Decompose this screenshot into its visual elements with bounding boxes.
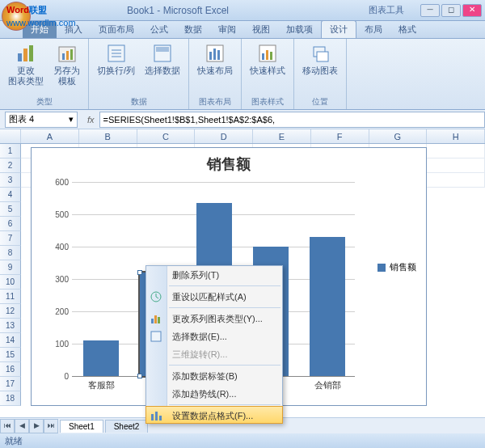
group-label: 图表布局 bbox=[199, 96, 231, 109]
name-box-value: 图表 4 bbox=[9, 113, 34, 125]
chart-title[interactable]: 销售额 bbox=[32, 148, 426, 180]
formula-input[interactable]: =SERIES(Sheet1!$B$1,Sheet1!$A$2:$A$6, bbox=[99, 112, 485, 128]
layout-icon bbox=[205, 43, 226, 64]
row-header[interactable]: 14 bbox=[0, 333, 21, 348]
ribbon-group-type: 更改 图表类型 另存为 模板 类型 bbox=[0, 39, 89, 109]
row-header[interactable]: 3 bbox=[0, 173, 21, 188]
ribbon-group-position: 移动图表 位置 bbox=[294, 39, 347, 109]
svg-rect-12 bbox=[213, 49, 216, 60]
svg-rect-11 bbox=[209, 52, 212, 60]
row-header[interactable]: 7 bbox=[0, 231, 21, 246]
save-template-button[interactable]: 另存为 模板 bbox=[50, 41, 83, 88]
row-header[interactable]: 11 bbox=[0, 290, 21, 304]
style-icon bbox=[257, 43, 278, 64]
tab-chartlayout[interactable]: 布局 bbox=[356, 21, 390, 38]
close-button[interactable]: ✕ bbox=[462, 4, 482, 17]
row-header[interactable]: 16 bbox=[0, 362, 21, 377]
bar-1[interactable] bbox=[83, 340, 119, 376]
ctx-format-datapoint[interactable]: 设置数据点格式(F)... bbox=[146, 406, 283, 424]
nav-prev[interactable]: ◀ bbox=[15, 419, 29, 433]
row-header[interactable]: 2 bbox=[0, 158, 21, 173]
tab-view[interactable]: 视图 bbox=[244, 21, 278, 38]
tab-addin[interactable]: 加载项 bbox=[278, 21, 321, 38]
sheet-tab-1[interactable]: Sheet1 bbox=[60, 420, 103, 433]
ctx-delete-series[interactable]: 删除系列(T) bbox=[146, 266, 282, 284]
formula-bar: 图表 4▾ fx =SERIES(Sheet1!$B$1,Sheet1!$A$2… bbox=[0, 110, 485, 129]
svg-rect-17 bbox=[270, 52, 272, 60]
tab-formula[interactable]: 公式 bbox=[142, 21, 176, 38]
tab-pagelayout[interactable]: 页面布局 bbox=[91, 21, 142, 38]
svg-rect-0 bbox=[18, 53, 22, 61]
row-header[interactable]: 13 bbox=[0, 319, 21, 333]
ctx-change-type[interactable]: 更改系列图表类型(Y)... bbox=[146, 310, 282, 328]
tab-review[interactable]: 审阅 bbox=[210, 21, 244, 38]
col-header[interactable]: D bbox=[195, 129, 253, 143]
nav-last[interactable]: ⏭ bbox=[44, 419, 58, 433]
col-header[interactable]: A bbox=[21, 129, 79, 143]
btn-label: 另存为 模板 bbox=[53, 66, 80, 87]
y-tick: 0 bbox=[48, 372, 72, 381]
btn-label: 选择数据 bbox=[145, 66, 180, 76]
row-header[interactable]: 6 bbox=[0, 217, 21, 231]
row-header[interactable]: 17 bbox=[0, 377, 21, 391]
fx-label[interactable]: fx bbox=[82, 115, 99, 125]
col-header[interactable]: H bbox=[427, 129, 485, 143]
row-header[interactable]: 15 bbox=[0, 348, 21, 362]
chart-legend[interactable]: 销售额 bbox=[377, 261, 416, 273]
tab-format[interactable]: 格式 bbox=[390, 21, 424, 38]
row-header[interactable]: 1 bbox=[0, 144, 21, 158]
legend-swatch bbox=[377, 264, 386, 272]
select-all-corner[interactable] bbox=[0, 129, 21, 143]
restore-button[interactable]: ◻ bbox=[441, 4, 461, 17]
sheet-nav: ⏮ ◀ ▶ ⏭ bbox=[0, 419, 58, 433]
ctx-select-data[interactable]: 选择数据(E)... bbox=[146, 328, 282, 345]
col-header[interactable]: B bbox=[79, 129, 137, 143]
ctx-reset-style[interactable]: 重设以匹配样式(A) bbox=[146, 288, 282, 306]
name-box[interactable]: 图表 4▾ bbox=[5, 112, 78, 128]
ctx-add-trendline[interactable]: 添加趋势线(R)... bbox=[146, 385, 282, 403]
row-header[interactable]: 4 bbox=[0, 188, 21, 202]
btn-label: 移动图表 bbox=[302, 66, 338, 76]
row-header[interactable]: 8 bbox=[0, 246, 21, 260]
tab-design[interactable]: 设计 bbox=[321, 20, 356, 38]
change-chart-type-button[interactable]: 更改 图表类型 bbox=[5, 41, 47, 88]
quick-layout-button[interactable]: 快速布局 bbox=[194, 41, 236, 78]
col-header[interactable]: E bbox=[253, 129, 311, 143]
row-header[interactable]: 12 bbox=[0, 304, 21, 319]
nav-next[interactable]: ▶ bbox=[29, 419, 44, 433]
minimize-button[interactable]: ─ bbox=[420, 4, 440, 17]
row-header[interactable]: 9 bbox=[0, 260, 21, 275]
group-label: 数据 bbox=[131, 96, 147, 109]
svg-rect-19 bbox=[317, 52, 328, 61]
nav-first[interactable]: ⏮ bbox=[0, 419, 15, 433]
switch-row-col-button[interactable]: 切换行/列 bbox=[94, 41, 138, 78]
ctx-3d-rotate: 三维旋转(R)... bbox=[146, 345, 282, 363]
svg-rect-4 bbox=[62, 53, 65, 60]
sheet-tab-2[interactable]: Sheet2 bbox=[105, 420, 149, 433]
btn-label: 更改 图表类型 bbox=[8, 66, 44, 87]
svg-rect-5 bbox=[66, 51, 69, 60]
y-tick: 600 bbox=[48, 178, 72, 187]
switch-icon bbox=[106, 43, 127, 64]
row-header[interactable]: 18 bbox=[0, 391, 21, 406]
tab-data[interactable]: 数据 bbox=[176, 21, 210, 38]
ctx-add-datalabel[interactable]: 添加数据标签(B) bbox=[146, 367, 282, 385]
group-label: 类型 bbox=[36, 96, 53, 109]
select-data-button[interactable]: 选择数据 bbox=[141, 41, 183, 78]
svg-rect-9 bbox=[156, 47, 169, 52]
col-header[interactable]: G bbox=[369, 129, 428, 143]
svg-rect-27 bbox=[159, 416, 162, 421]
watermark-logo: Word联盟 bbox=[6, 2, 47, 16]
svg-rect-16 bbox=[266, 50, 268, 60]
col-header[interactable]: F bbox=[311, 129, 369, 143]
col-header[interactable]: C bbox=[137, 129, 196, 143]
ribbon-group-data: 切换行/列 选择数据 数据 bbox=[89, 39, 189, 109]
btn-label: 快速样式 bbox=[250, 66, 285, 76]
bar-5[interactable] bbox=[310, 237, 345, 376]
row-header[interactable]: 10 bbox=[0, 275, 21, 290]
move-chart-button[interactable]: 移动图表 bbox=[299, 41, 341, 78]
menu-separator bbox=[169, 285, 280, 286]
selection-handle[interactable] bbox=[137, 270, 142, 275]
row-header[interactable]: 5 bbox=[0, 202, 21, 217]
quick-style-button[interactable]: 快速样式 bbox=[247, 41, 289, 78]
